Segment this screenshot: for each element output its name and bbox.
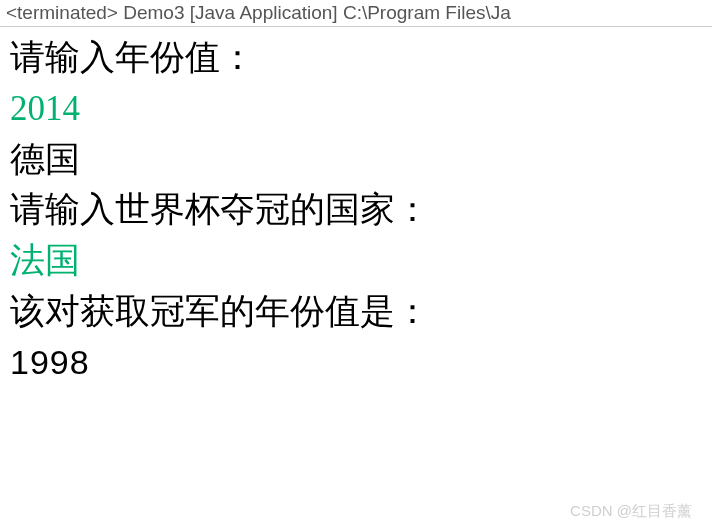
output-year-label: 该对获取冠军的年份值是： (10, 287, 702, 338)
input-country: 法国 (10, 236, 702, 287)
input-year: 2014 (10, 84, 702, 135)
watermark: CSDN @红目香薰 (570, 502, 692, 521)
prompt-country: 请输入世界杯夺冠的国家： (10, 185, 702, 236)
console-header: <terminated> Demo3 [Java Application] C:… (0, 0, 712, 27)
console-output[interactable]: 请输入年份值： 2014 德国 请输入世界杯夺冠的国家： 法国 该对获取冠军的年… (0, 27, 712, 393)
output-country: 德国 (10, 135, 702, 186)
prompt-year: 请输入年份值： (10, 33, 702, 84)
output-year: 1998 (10, 338, 702, 387)
